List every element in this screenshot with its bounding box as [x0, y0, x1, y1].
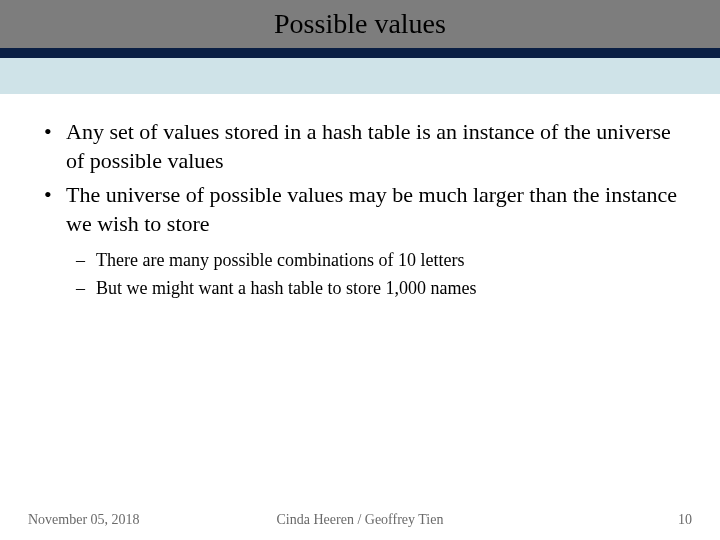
subbullet-item: But we might want a hash table to store … [70, 276, 684, 301]
footer-date: November 05, 2018 [28, 512, 140, 528]
subbullet-item: There are many possible combinations of … [70, 248, 684, 273]
bullet-text: The universe of possible values may be m… [66, 182, 677, 236]
bullet-item: The universe of possible values may be m… [36, 181, 684, 301]
footer: November 05, 2018 Cinda Heeren / Geoffre… [0, 512, 720, 528]
header-band-light [0, 58, 720, 94]
slide: Possible values Any set of values stored… [0, 0, 720, 540]
header-band-dark [0, 48, 720, 58]
bullet-list: Any set of values stored in a hash table… [36, 118, 684, 301]
header-bar: Possible values [0, 0, 720, 48]
content-area: Any set of values stored in a hash table… [0, 94, 720, 301]
subbullet-list: There are many possible combinations of … [70, 248, 684, 300]
footer-author: Cinda Heeren / Geoffrey Tien [277, 512, 444, 528]
slide-title: Possible values [274, 8, 446, 40]
footer-page: 10 [678, 512, 692, 528]
bullet-item: Any set of values stored in a hash table… [36, 118, 684, 175]
